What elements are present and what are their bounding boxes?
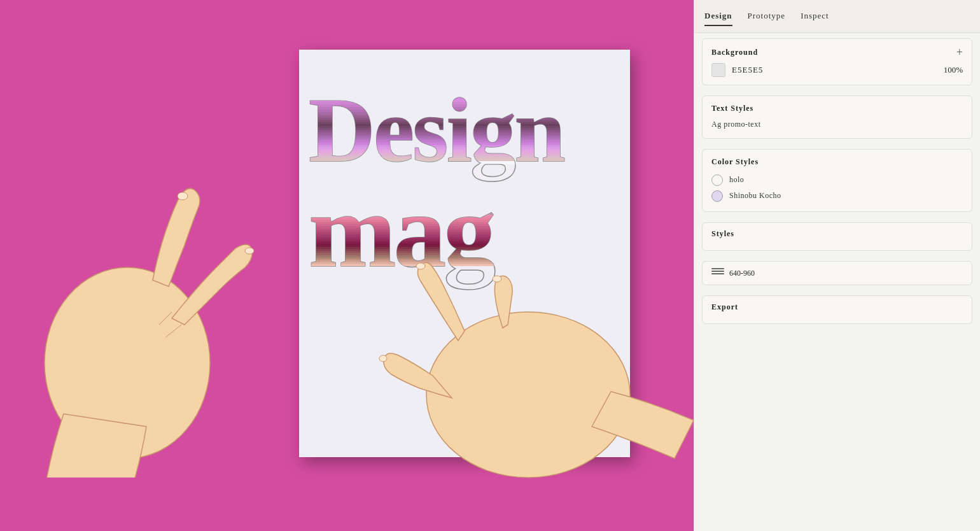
styles-partial-section: Styles <box>702 222 972 251</box>
svg-rect-57 <box>305 195 617 197</box>
tab-inspect[interactable]: Inspect <box>801 7 829 26</box>
background-color-hex: E5E5E5 <box>732 65 763 75</box>
text-styles-header: Text Styles <box>711 104 963 113</box>
export-section: Export <box>702 295 972 324</box>
background-add-button[interactable]: + <box>956 46 963 58</box>
color-styles-title: Color Styles <box>711 157 759 167</box>
svg-rect-55 <box>305 192 617 194</box>
grid-row: 640-960 <box>711 268 963 278</box>
svg-rect-56 <box>305 194 617 195</box>
svg-rect-53 <box>305 188 617 190</box>
background-color-swatch[interactable] <box>711 63 725 77</box>
grid-line-1 <box>711 268 724 269</box>
grid-line-2 <box>711 271 724 272</box>
color-style-name-holo: holo <box>729 174 744 186</box>
svg-rect-58 <box>305 197 617 199</box>
background-section: Background + E5E5E5 100% <box>702 38 972 85</box>
background-section-header: Background + <box>711 46 963 58</box>
background-color-row: E5E5E5 100% <box>711 63 963 77</box>
tabs-bar: Design Prototype Inspect <box>694 0 980 33</box>
canvas-area: Design mag Design <box>0 0 694 531</box>
svg-rect-50 <box>305 182 617 184</box>
grid-dimensions: 640-960 <box>729 269 755 278</box>
text-styles-section: Text Styles Ag promo-text <box>702 96 972 139</box>
svg-point-100 <box>416 263 425 269</box>
color-circle-holo <box>711 174 723 186</box>
export-header: Export <box>711 302 963 312</box>
background-title: Background <box>711 48 758 57</box>
grid-line-3 <box>711 273 724 274</box>
color-styles-header: Color Styles <box>711 157 963 167</box>
background-opacity: 100% <box>944 65 963 75</box>
svg-point-102 <box>493 276 501 282</box>
styles-header: Styles <box>711 229 963 239</box>
text-styles-title: Text Styles <box>711 104 753 113</box>
color-circle-shinobu <box>711 190 723 202</box>
left-hand <box>0 96 312 478</box>
export-title: Export <box>711 302 738 312</box>
color-styles-section: Color Styles holo Shinobu Kocho <box>702 149 972 212</box>
grid-section: 640-960 <box>702 261 972 285</box>
styles-title: Styles <box>711 229 734 239</box>
svg-rect-59 <box>305 199 617 201</box>
color-style-row-shinobu[interactable]: Shinobu Kocho <box>711 188 963 204</box>
grid-icon <box>711 268 724 278</box>
svg-rect-46 <box>305 173 617 175</box>
text-style-item[interactable]: Ag promo-text <box>711 118 963 131</box>
svg-rect-52 <box>305 186 617 188</box>
svg-rect-54 <box>305 190 617 192</box>
svg-rect-51 <box>305 184 617 186</box>
svg-rect-49 <box>305 180 617 182</box>
svg-rect-47 <box>305 175 617 178</box>
svg-rect-48 <box>305 178 617 180</box>
color-style-row-holo[interactable]: holo <box>711 172 963 188</box>
svg-rect-60 <box>305 201 617 203</box>
svg-point-101 <box>379 355 387 362</box>
right-panel: Design Prototype Inspect Background + E5… <box>694 0 980 531</box>
tab-prototype[interactable]: Prototype <box>748 7 786 26</box>
color-style-name-shinobu: Shinobu Kocho <box>729 190 781 202</box>
tab-design[interactable]: Design <box>704 7 732 26</box>
svg-text:Design: Design <box>309 79 564 181</box>
svg-point-98 <box>245 248 254 254</box>
svg-rect-3 <box>305 75 617 78</box>
svg-point-97 <box>178 192 188 200</box>
right-hand <box>369 204 694 531</box>
